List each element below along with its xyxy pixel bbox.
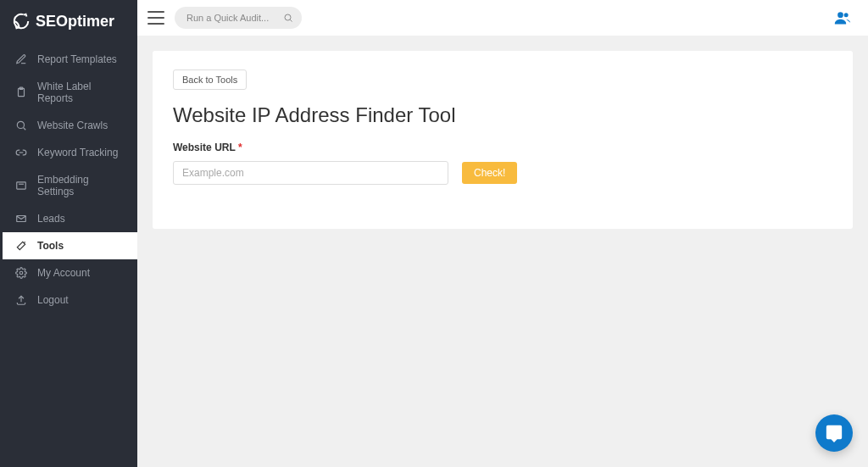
sidebar-item-website-crawls[interactable]: Website Crawls (0, 112, 137, 139)
sidebar-item-label: Embedding Settings (37, 174, 122, 197)
topbar (137, 0, 868, 36)
url-label: Website URL * (173, 142, 242, 153)
chat-icon (825, 424, 843, 442)
sidebar-item-label: Logout (37, 294, 69, 306)
logo-icon (12, 12, 31, 31)
link-icon (15, 147, 27, 158)
search-icon (283, 13, 293, 23)
magic-icon (15, 240, 27, 252)
tool-card: Back to Tools Website IP Address Finder … (153, 51, 853, 229)
sidebar-item-embedding-settings[interactable]: Embedding Settings (0, 166, 137, 205)
brand-logo[interactable]: SEOptimer (0, 0, 137, 42)
search-wrap (175, 7, 302, 29)
url-form: Website URL * Check! (173, 139, 832, 185)
back-to-tools-button[interactable]: Back to Tools (173, 69, 247, 90)
svg-point-2 (17, 121, 24, 128)
sidebar-item-label: My Account (37, 267, 90, 279)
page-title: Website IP Address Finder Tool (173, 103, 832, 127)
menu-toggle-button[interactable] (147, 11, 164, 25)
sidebar-item-leads[interactable]: Leads (0, 205, 137, 232)
svg-point-8 (844, 13, 849, 17)
users-icon[interactable] (834, 9, 851, 26)
gear-icon (15, 267, 27, 279)
upload-icon (15, 294, 27, 306)
svg-point-7 (837, 12, 843, 18)
sidebar-item-tools[interactable]: Tools (0, 232, 137, 259)
sidebar-item-my-account[interactable]: My Account (0, 259, 137, 286)
check-button[interactable]: Check! (462, 162, 517, 184)
sidebar-item-white-label-reports[interactable]: White Label Reports (0, 73, 137, 112)
sidebar-item-label: Report Templates (37, 53, 117, 65)
chat-button[interactable] (815, 414, 853, 452)
clipboard-icon (15, 86, 27, 98)
sidebar-item-logout[interactable]: Logout (0, 286, 137, 314)
content-area: Back to Tools Website IP Address Finder … (137, 36, 868, 467)
main-area: Back to Tools Website IP Address Finder … (137, 0, 868, 467)
sidebar-item-label: White Label Reports (37, 81, 122, 104)
brand-name: SEOptimer (36, 13, 114, 31)
sidebar-item-label: Leads (37, 213, 65, 225)
sidebar-item-label: Tools (37, 240, 64, 252)
search-icon (15, 120, 27, 131)
svg-point-5 (19, 271, 23, 275)
layout-icon (15, 180, 27, 192)
sidebar-item-keyword-tracking[interactable]: Keyword Tracking (0, 139, 137, 166)
sidebar-item-label: Website Crawls (37, 120, 108, 131)
website-url-input[interactable] (173, 161, 448, 185)
required-asterisk: * (238, 142, 242, 153)
svg-rect-3 (17, 182, 26, 189)
svg-point-6 (285, 14, 291, 20)
sidebar-item-label: Keyword Tracking (37, 147, 118, 158)
sidebar: SEOptimer Report Templates White Label R… (0, 0, 137, 467)
edit-icon (15, 53, 27, 65)
mail-icon (15, 213, 27, 225)
sidebar-item-report-templates[interactable]: Report Templates (0, 46, 137, 73)
sidebar-nav: Report Templates White Label Reports Web… (0, 46, 137, 314)
